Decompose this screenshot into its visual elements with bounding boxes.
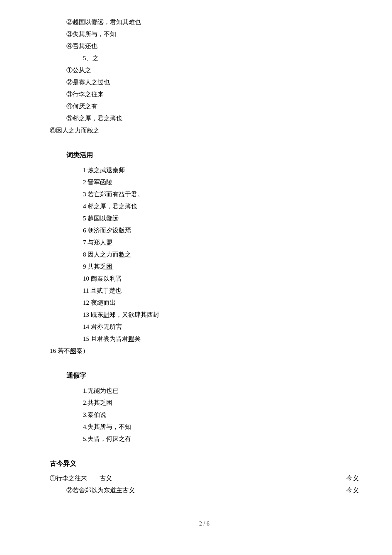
cileihuo-2: 2 晋军函陵: [50, 177, 359, 188]
line-8: ④何厌之有: [50, 101, 359, 112]
cileihuo-13: 13 既东封郑，又欲肆其西封: [50, 309, 359, 320]
page-footer: 2 / 6: [50, 518, 359, 529]
section-gujin: 古今异义: [50, 458, 359, 470]
cileihuo-7: 7 与郑人盟: [50, 237, 359, 248]
page-number: 2 / 6: [199, 521, 209, 527]
cileihuo-10: 10 阙秦以利晋: [50, 273, 359, 284]
line-4: 5、之: [50, 53, 359, 64]
cileihuo-14: 14 君亦无所害: [50, 321, 359, 333]
cileihuo-9: 9 共其乏困: [50, 261, 359, 272]
gujin-2-text: ②若舍郑以为东道主古义: [66, 485, 174, 496]
cileihuo-4: 4 邻之厚，君之薄也: [50, 201, 359, 212]
section-tongjia: 通假字: [50, 370, 359, 382]
cileihuo-15: 15 且君尝为晋君赐矣: [50, 333, 359, 345]
gujin-1-jy: 今义: [346, 473, 359, 484]
tongjia-1: 1.无能为也已: [50, 385, 359, 396]
gujin-2-jy: 今义: [346, 485, 359, 496]
cileihuo-1: 1 烛之武退秦师: [50, 165, 359, 176]
line-6: ②是寡人之过也: [50, 77, 359, 88]
line-9: ⑤邻之厚，君之薄也: [50, 113, 359, 124]
cileihuo-3: 3 若亡郑而有益于君。: [50, 189, 359, 200]
cileihuo-5: 5 越国以鄙远: [50, 213, 359, 224]
line-5: ①公从之: [50, 65, 359, 76]
main-content: ②越国以鄙远，君知其难也 ③失其所与，不知 ④吾其还也 5、之 ①公从之 ②是寡…: [50, 17, 359, 502]
gujin-1-text: ①行李之往来 古义: [50, 473, 158, 484]
tongjia-5: 5.夫晋，何厌之有: [50, 433, 359, 445]
tongjia-2: 2.共其乏困: [50, 397, 359, 408]
line-3: ④吾其还也: [50, 41, 359, 52]
line-2: ③失其所与，不知: [50, 29, 359, 40]
tongjia-4: 4.失其所与，不知: [50, 421, 359, 433]
line-1: ②越国以鄙远，君知其难也: [50, 17, 359, 28]
gujin-2: ②若舍郑以为东道主古义 今义: [50, 485, 359, 496]
gujin-1: ①行李之往来 古义 今义: [50, 473, 359, 484]
cileihuo-16: 16 若不阙秦）: [50, 345, 359, 357]
line-7: ③行李之往来: [50, 89, 359, 100]
cileihuo-11: 11 且贰于楚也: [50, 285, 359, 296]
tongjia-3: 3.秦伯说: [50, 409, 359, 421]
line-10: ⑥因人之力而敝之: [50, 125, 359, 136]
cileihuo-6: 6 朝济而夕设版焉: [50, 225, 359, 236]
cileihuo-12: 12 夜缒而出: [50, 297, 359, 308]
section-cileihuo: 词类活用: [50, 149, 359, 161]
cileihuo-8: 8 因人之力而敝之: [50, 249, 359, 260]
